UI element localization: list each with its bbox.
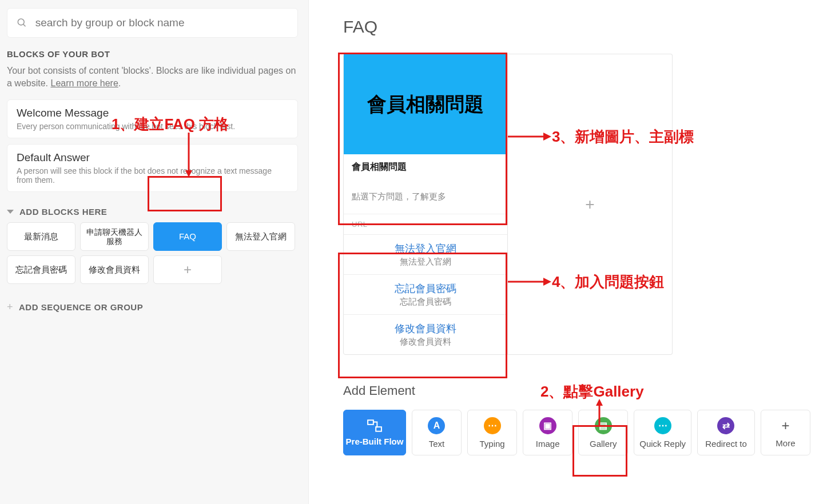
card-title[interactable]: 會員相關問題 xyxy=(352,161,499,173)
text-button[interactable]: A Text xyxy=(412,410,462,455)
block-chip[interactable]: 申請聊天機器人服務 xyxy=(80,222,149,251)
search-icon xyxy=(17,17,27,29)
add-element-title: Add Element xyxy=(343,383,810,398)
prebuilt-flow-button[interactable]: Pre-Built Flow xyxy=(343,410,406,455)
caret-down-icon xyxy=(7,210,14,214)
block-chip[interactable]: 無法登入官網 xyxy=(226,222,295,251)
card-button-title: 無法登入官網 xyxy=(352,242,499,255)
svg-line-1 xyxy=(23,24,26,26)
add-group-row[interactable]: + ADD SEQUENCE OR GROUP xyxy=(7,301,298,313)
redirect-button[interactable]: ⇄ Redirect to xyxy=(697,410,755,455)
card-buttons: 無法登入官網 無法登入官網 忘記會員密碼 忘記會員密碼 修改會員資料 修改會員資… xyxy=(344,234,507,354)
card-button-title: 忘記會員密碼 xyxy=(352,282,499,295)
typing-button[interactable]: ⋯ Typing xyxy=(467,410,517,455)
welcome-block[interactable]: Welcome Message Every person communicati… xyxy=(7,99,298,138)
card-button[interactable]: 修改會員資料 修改會員資料 xyxy=(344,314,507,354)
section-title: BLOCKS OF YOUR BOT xyxy=(7,49,298,59)
plus-icon: + xyxy=(7,301,13,313)
quick-reply-icon: ⋯ xyxy=(654,417,671,434)
svg-rect-2 xyxy=(368,420,373,425)
welcome-desc: Every person communicating with the bot … xyxy=(17,122,288,131)
blocks-grid: 最新消息 申請聊天機器人服務 FAQ 無法登入官網 忘記會員密碼 修改會員資料 … xyxy=(7,222,298,284)
gallery-card[interactable]: 會員相關問題 會員相關問題 點選下方問題，了解更多 URL 無法登入官網 無法登… xyxy=(343,54,508,355)
section-desc: Your bot consists of content 'blocks'. B… xyxy=(7,65,298,90)
card-subtitle[interactable]: 點選下方問題，了解更多 xyxy=(352,191,499,202)
element-row: Pre-Built Flow A Text ⋯ Typing ▣ Image ▤… xyxy=(343,410,810,455)
gallery-editor: 會員相關問題 會員相關問題 點選下方問題，了解更多 URL 無法登入官網 無法登… xyxy=(343,54,810,355)
card-button-title: 修改會員資料 xyxy=(352,322,499,335)
card-button-sub: 修改會員資料 xyxy=(352,337,499,347)
page-title: FAQ xyxy=(343,17,810,37)
card-button-sub: 無法登入官網 xyxy=(352,257,499,267)
image-button[interactable]: ▣ Image xyxy=(523,410,572,455)
default-title: Default Answer xyxy=(17,151,288,164)
text-icon: A xyxy=(428,417,445,434)
main-area: FAQ 會員相關問題 會員相關問題 點選下方問題，了解更多 URL 無法登入官網… xyxy=(309,0,839,504)
search-box[interactable] xyxy=(7,8,298,38)
card-button-sub: 忘記會員密碼 xyxy=(352,297,499,307)
image-icon: ▣ xyxy=(539,417,556,434)
svg-point-0 xyxy=(18,19,24,25)
svg-rect-3 xyxy=(376,427,381,431)
typing-icon: ⋯ xyxy=(484,417,501,434)
add-group-label: ADD SEQUENCE OR GROUP xyxy=(19,302,143,312)
flow-icon xyxy=(367,419,382,432)
add-block-button[interactable]: + xyxy=(153,255,222,284)
plus-icon: + xyxy=(585,195,594,214)
block-chip[interactable]: 修改會員資料 xyxy=(80,255,149,284)
card-image[interactable]: 會員相關問題 xyxy=(344,54,507,154)
group-header[interactable]: ADD BLOCKS HERE xyxy=(7,207,298,217)
card-button[interactable]: 無法登入官網 無法登入官網 xyxy=(344,234,507,274)
search-input[interactable] xyxy=(35,17,288,29)
card-body: 會員相關問題 點選下方問題，了解更多 xyxy=(344,154,507,214)
quick-reply-button[interactable]: ⋯ Quick Reply xyxy=(634,410,691,455)
sidebar: BLOCKS OF YOUR BOT Your bot consists of … xyxy=(0,0,309,504)
plus-icon: + xyxy=(781,418,789,434)
default-desc: A person will see this block if the bot … xyxy=(17,166,288,185)
card-button[interactable]: 忘記會員密碼 忘記會員密碼 xyxy=(344,274,507,314)
gallery-icon: ▤ xyxy=(595,417,612,434)
group-label: ADD BLOCKS HERE xyxy=(19,207,107,217)
more-button[interactable]: + More xyxy=(761,410,810,455)
url-field[interactable]: URL xyxy=(344,214,507,234)
redirect-icon: ⇄ xyxy=(717,417,734,434)
block-chip[interactable]: 忘記會員密碼 xyxy=(7,255,75,284)
gallery-button[interactable]: ▤ Gallery xyxy=(578,410,628,455)
block-chip[interactable]: 最新消息 xyxy=(7,222,75,251)
block-chip-faq[interactable]: FAQ xyxy=(153,222,222,251)
add-card-button[interactable]: + xyxy=(508,54,673,355)
default-block[interactable]: Default Answer A person will see this bl… xyxy=(7,144,298,192)
learn-more-link[interactable]: Learn more here xyxy=(50,78,118,88)
welcome-title: Welcome Message xyxy=(17,107,288,119)
